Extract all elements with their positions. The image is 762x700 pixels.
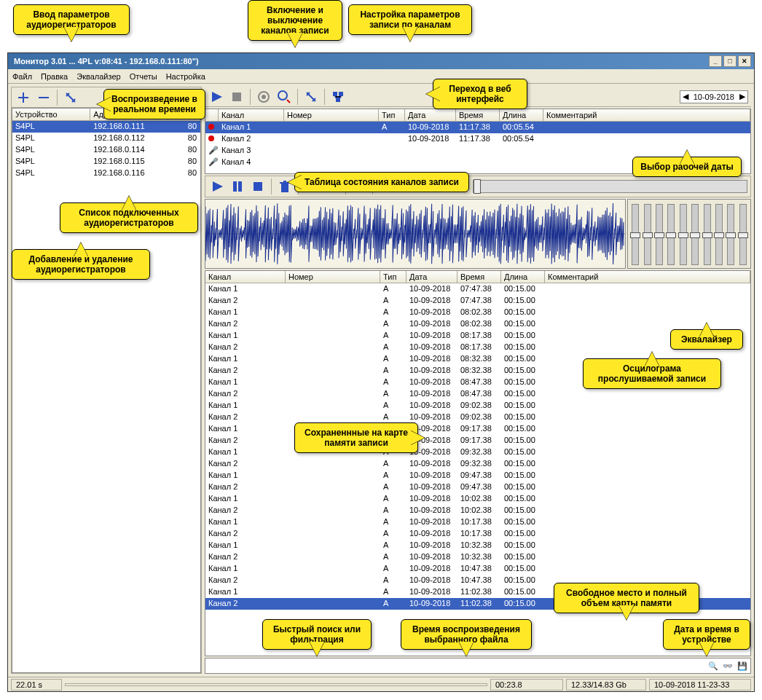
table-row[interactable]: Канал 1A10-09-201807:47.3800:15.00 [205, 283, 750, 295]
table-row[interactable]: Канал 2A10-09-201809:17.3800:15.00 [205, 435, 750, 447]
table-row[interactable]: Канал 2A10-09-201810:02.3800:15.00 [205, 505, 750, 516]
eq-band-3[interactable] [656, 204, 663, 265]
col-type[interactable]: Тип [379, 109, 405, 121]
eq-band-4[interactable] [667, 204, 675, 265]
record-button[interactable] [255, 88, 272, 106]
channel-settings-button[interactable] [302, 88, 320, 106]
table-row[interactable]: Канал 2A10-09-201810:32.3800:15.00 [205, 551, 750, 563]
device-settings-button[interactable] [62, 89, 79, 106]
rcol-time[interactable]: Время [457, 271, 501, 283]
table-row[interactable]: Канал 1A10-09-201810:17.3800:15.00 [205, 516, 750, 528]
equalizer[interactable] [627, 199, 751, 269]
stop-record-button[interactable] [275, 88, 293, 106]
callout-chan-table: Таблица состояния каналов записи [294, 172, 469, 192]
menu-edit[interactable]: Правка [41, 72, 68, 81]
table-row[interactable]: Канал 1A10-09-201810:02.3800:15.00 [205, 493, 750, 505]
menu-eq[interactable]: Эквалайзер [76, 72, 120, 81]
table-row[interactable]: Канал 1A10-09-201809:47.3800:15.00 [205, 470, 750, 481]
binoculars-icon[interactable]: 👓 [723, 661, 733, 671]
date-next-icon[interactable]: ▶ [737, 91, 747, 103]
add-device-button[interactable] [15, 89, 32, 106]
callout-add-remove: Добавление и удаление аудиорегистраторов [12, 249, 150, 280]
close-button[interactable]: ✕ [738, 55, 751, 67]
eq-band-10[interactable] [739, 204, 747, 265]
col-device[interactable]: Устройство [12, 109, 90, 120]
play-button[interactable] [208, 88, 225, 106]
remove-device-button[interactable] [35, 89, 52, 106]
table-row[interactable]: Канал 2A10-09-201808:17.3800:15.00 [205, 342, 750, 353]
col-length[interactable]: Длина [500, 109, 543, 121]
date-prev-icon[interactable]: ◀ [680, 91, 691, 103]
menu-file[interactable]: Файл [12, 72, 32, 81]
svg-rect-5 [333, 92, 337, 96]
rcol-length[interactable]: Длина [501, 271, 545, 283]
web-button[interactable] [329, 88, 347, 106]
eq-band-2[interactable] [644, 204, 651, 265]
eq-band-7[interactable] [704, 204, 711, 265]
minimize-button[interactable]: _ [709, 55, 722, 67]
table-row[interactable]: Канал 1A10-09-201809:02.3800:15.00 [205, 400, 750, 412]
table-row[interactable]: Канал 2A10-09-201809:47.3800:15.00 [205, 481, 750, 493]
table-row[interactable]: Канал 2A10-09-201808:47.3800:15.00 [205, 388, 750, 400]
status-bar: 22.01 s 00:23.8 12.33/14.83 Gb 10-09-201… [8, 677, 754, 691]
date-selector[interactable]: ◀ 10-09-2018 ▶ [680, 90, 748, 103]
table-row[interactable]: Канал 1A10-09-201808:17.3800:15.00 [205, 330, 750, 342]
table-row[interactable]: S4PL192.168.0.11180 [12, 121, 200, 133]
col-time[interactable]: Время [456, 109, 500, 121]
device-pane: Устройство Адрес Порт S4PL192.168.0.1118… [11, 87, 202, 674]
pause-button[interactable] [229, 178, 246, 195]
callout-saved: Сохраненнные на карте памяти записи [294, 422, 418, 453]
callout-eq: Эквалайзер [670, 329, 743, 350]
col-number[interactable]: Номер [284, 109, 379, 121]
waveform-display[interactable] [205, 199, 626, 269]
play2-button[interactable] [208, 178, 226, 195]
table-row[interactable]: S4PL192.168.0.11680 [12, 168, 200, 179]
eq-band-8[interactable] [715, 204, 723, 265]
callout-date: Выбор рабочей даты [632, 157, 742, 177]
rcol-number[interactable]: Номер [286, 271, 380, 283]
table-row[interactable]: S4PL192.168.0.11580 [12, 156, 200, 168]
col-icon[interactable] [205, 109, 219, 121]
col-channel[interactable]: Канал [219, 109, 284, 121]
callout-disk: Свободное место и полный объем карты пам… [554, 583, 699, 613]
rcol-type[interactable]: Тип [380, 271, 406, 283]
table-row[interactable]: Канал 1A10-09-201810:47.3800:15.00 [205, 563, 750, 575]
eq-band-1[interactable] [632, 204, 639, 265]
eq-band-5[interactable] [680, 204, 687, 265]
table-row[interactable]: Канал 1A10-09-201811:17.3800:05.54 [205, 122, 750, 133]
callout-devtime: Дата и время в устройстве [663, 619, 750, 650]
status-playtime: 00:23.8 [490, 679, 563, 691]
col-comment[interactable]: Комментарий [543, 109, 750, 121]
table-row[interactable]: Канал 1A10-09-201810:32.3800:15.00 [205, 540, 750, 551]
status-spacer [65, 683, 487, 686]
col-date[interactable]: Дата [405, 109, 456, 121]
rcol-channel[interactable]: Канал [205, 271, 286, 283]
rcol-date[interactable]: Дата [406, 271, 457, 283]
eq-band-6[interactable] [691, 204, 699, 265]
search-bar[interactable]: 🔍 👓 💾 [205, 658, 751, 674]
table-row[interactable]: S4PL192.168.0.11280 [12, 133, 200, 144]
table-row[interactable]: Канал 2A10-09-201810:17.3800:15.00 [205, 528, 750, 540]
table-row[interactable]: Канал 2A10-09-201808:02.3800:15.00 [205, 318, 750, 330]
stop2-button[interactable] [249, 178, 267, 195]
table-row[interactable]: 🎤Канал 3 [205, 145, 750, 157]
table-row[interactable]: Канал 2A10-09-201809:02.3800:15.00 [205, 412, 750, 423]
position-slider[interactable] [473, 180, 747, 193]
table-row[interactable]: S4PL192.168.0.11480 [12, 144, 200, 156]
table-row[interactable]: Канал 1A10-09-201809:17.3800:15.00 [205, 423, 750, 435]
drive-icon[interactable]: 💾 [737, 661, 747, 671]
menu-reports[interactable]: Отчеты [130, 72, 157, 81]
table-row[interactable]: Канал 2A10-09-201807:47.3800:15.00 [205, 295, 750, 307]
device-table[interactable]: Устройство Адрес Порт S4PL192.168.0.1118… [12, 108, 201, 673]
maximize-button[interactable]: □ [723, 55, 737, 67]
stop-button[interactable] [228, 88, 246, 106]
callout-oscillogram: Осцилограма прослушиваемой записи [583, 358, 721, 389]
table-row[interactable]: Канал 1A10-09-201808:02.3800:15.00 [205, 307, 750, 318]
menu-settings[interactable]: Настройка [166, 72, 205, 81]
rcol-comment[interactable]: Комментарий [545, 271, 750, 283]
table-row[interactable]: Канал 1A10-09-201809:32.3800:15.00 [205, 447, 750, 458]
table-row[interactable]: Канал 2A10-09-201809:32.3800:15.00 [205, 458, 750, 470]
window-title: Монитор 3.01 ... 4PL v:08:41 - 192.168.0… [11, 57, 707, 66]
table-row[interactable]: Канал 210-09-201811:17.3800:05.54 [205, 133, 750, 145]
eq-band-9[interactable] [727, 204, 734, 265]
